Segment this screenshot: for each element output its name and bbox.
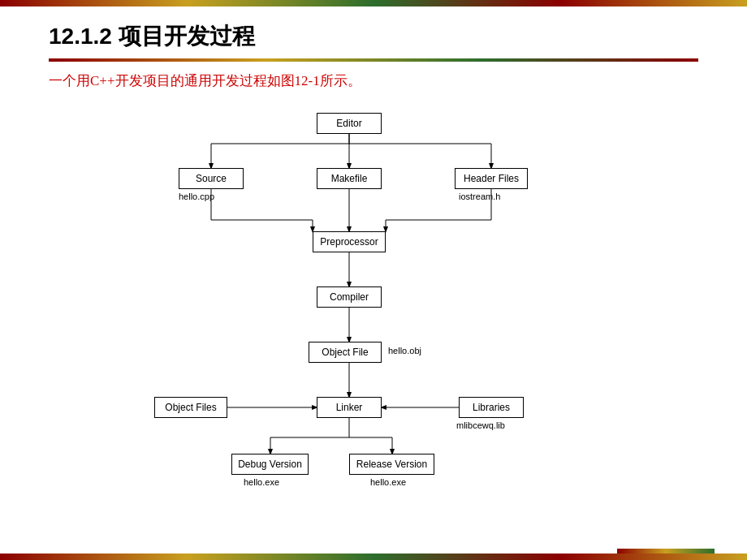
iostreamh-label: iostream.h [459, 192, 500, 201]
objectfiles-box: Object Files [154, 397, 227, 418]
top-decorative-bar [0, 0, 747, 6]
editor-box: Editor [317, 113, 382, 134]
objectfile-box: Object File [309, 342, 382, 363]
subtitle-text: 一个用C++开发项目的通用开发过程如图12-1所示。 [0, 62, 747, 97]
bottom-decorative-bar [0, 554, 747, 560]
title-section: 12.1.2 项目开发过程 [0, 6, 747, 58]
hellocpp-label: hello.cpp [179, 192, 214, 201]
compiler-box: Compiler [317, 286, 382, 308]
mlibcewq-label: mlibcewq.lib [456, 420, 505, 430]
releaseexe-label: hello.exe [370, 477, 406, 487]
diagram-container: Editor Source Makefile Header Files Prep… [0, 97, 747, 494]
source-box: Source [179, 168, 244, 189]
debugexe-label: hello.exe [244, 477, 279, 487]
preprocessor-box: Preprocessor [313, 231, 386, 252]
linker-box: Linker [317, 397, 382, 418]
page-title: 12.1.2 项目开发过程 [49, 21, 698, 52]
libraries-box: Libraries [459, 397, 524, 418]
helloobj-label: hello.obj [388, 346, 421, 355]
makefile-box: Makefile [317, 168, 382, 189]
headerfiles-box: Header Files [455, 168, 528, 189]
debugversion-box: Debug Version [231, 454, 309, 475]
releaseversion-box: Release Version [349, 454, 434, 475]
